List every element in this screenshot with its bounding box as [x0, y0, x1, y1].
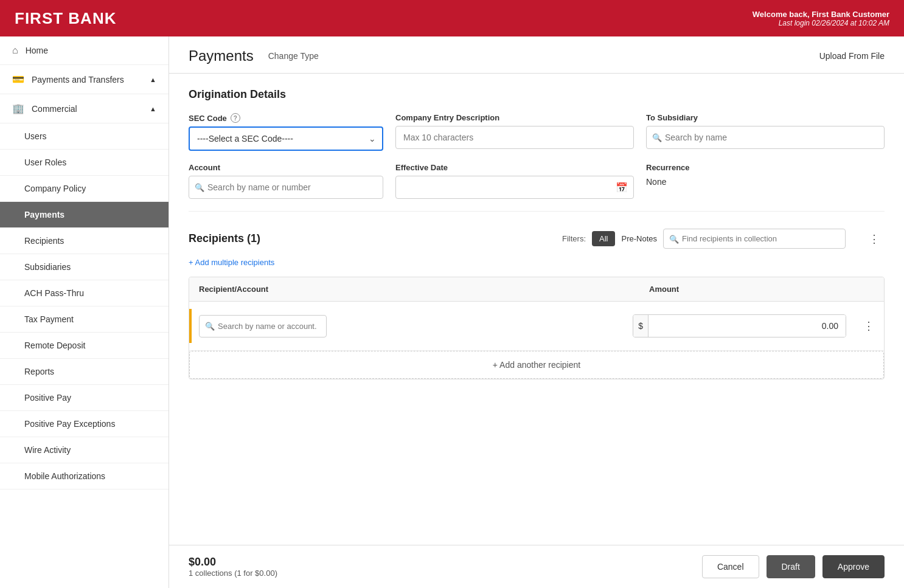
table-row: 🔍 $ ⋮ — [189, 302, 884, 351]
table-header: Recipient/Account Amount — [189, 277, 884, 302]
amount-dollar-sign: $ — [633, 315, 648, 337]
filter-prenotes-button[interactable]: Pre-Notes — [621, 234, 657, 243]
row-content: 🔍 $ — [192, 314, 854, 337]
effective-date-input-wrapper: 📅 — [395, 176, 634, 199]
company-entry-input[interactable] — [395, 126, 634, 149]
sidebar-item-mobile-authorizations[interactable]: Mobile Authorizations — [0, 463, 169, 489]
col-recipient-header: Recipient/Account — [199, 285, 649, 294]
add-another-recipient-row[interactable]: + Add another recipient — [189, 351, 884, 379]
sidebar-item-reports[interactable]: Reports — [0, 359, 169, 385]
recipients-search-icon: 🔍 — [669, 234, 679, 243]
filters-label: Filters: — [562, 234, 586, 243]
sec-code-label: SEC Code ? — [189, 113, 383, 123]
to-subsidiary-input[interactable] — [646, 126, 885, 149]
recipient-search-input[interactable] — [199, 315, 327, 337]
recurrence-value: None — [646, 177, 885, 187]
sidebar-item-recipients[interactable]: Recipients — [0, 228, 169, 254]
home-icon: ⌂ — [12, 45, 18, 56]
last-login-text: Last login 02/26/2024 at 10:02 AM — [753, 19, 889, 27]
header-user-info: Welcome back, First Bank Customer Last l… — [753, 10, 889, 27]
sidebar-item-subsidiaries[interactable]: Subsidiaries — [0, 254, 169, 280]
account-group: Account 🔍 — [189, 163, 383, 199]
to-subsidiary-label: To Subsidiary — [646, 113, 885, 122]
cancel-button[interactable]: Cancel — [702, 555, 759, 578]
commercial-icon: 🏢 — [12, 103, 24, 114]
sidebar-item-user-roles[interactable]: User Roles — [0, 150, 169, 176]
main-content: Payments Change Type Upload From File Or… — [169, 36, 904, 588]
sidebar-item-company-policy[interactable]: Company Policy — [0, 176, 169, 202]
sec-code-info-icon[interactable]: ? — [231, 113, 240, 123]
sidebar-item-home[interactable]: ⌂ Home — [0, 36, 169, 65]
upload-from-file-button[interactable]: Upload From File — [819, 51, 885, 61]
amount-wrapper: $ — [633, 314, 846, 337]
company-entry-label: Company Entry Description — [395, 113, 634, 122]
sec-code-select-wrapper: ----Select a SEC Code---- CCD CTX IAT PP… — [189, 126, 383, 151]
recipients-table: Recipient/Account Amount 🔍 $ — [189, 277, 885, 379]
total-info: $0.00 1 collections (1 for $0.00) — [189, 556, 277, 578]
sidebar-item-ach-pass-thru[interactable]: ACH Pass-Thru — [0, 280, 169, 306]
recipients-title: Recipients (1) — [189, 232, 260, 245]
sidebar: ⌂ Home 💳 Payments and Transfers ▲ 🏢 Comm… — [0, 36, 169, 588]
amount-input[interactable] — [648, 315, 846, 337]
to-subsidiary-group: To Subsidiary 🔍 — [646, 113, 885, 149]
sidebar-item-users[interactable]: Users — [0, 123, 169, 150]
account-input-wrapper: 🔍 — [189, 176, 383, 199]
recipients-more-options-button[interactable]: ⋮ — [864, 230, 885, 248]
page-title: Payments — [189, 47, 254, 64]
recipients-search-wrapper: 🔍 — [663, 229, 858, 249]
chevron-up-icon-commercial: ▲ — [150, 105, 156, 112]
app-header: FIRST BANK Welcome back, First Bank Cust… — [0, 0, 904, 36]
to-subsidiary-input-wrapper: 🔍 — [646, 126, 885, 149]
bottom-bar: $0.00 1 collections (1 for $0.00) Cancel… — [169, 545, 904, 588]
app-logo: FIRST BANK — [15, 9, 116, 28]
sidebar-item-payments-transfers[interactable]: 💳 Payments and Transfers ▲ — [0, 65, 169, 94]
welcome-text: Welcome back, First Bank Customer — [753, 10, 889, 19]
sidebar-item-remote-deposit[interactable]: Remote Deposit — [0, 333, 169, 359]
recipients-search-input[interactable] — [663, 229, 846, 249]
account-input[interactable] — [189, 176, 383, 199]
sidebar-item-payments[interactable]: Payments — [0, 202, 169, 228]
filters-area: Filters: All Pre-Notes 🔍 ⋮ — [562, 229, 885, 249]
sidebar-item-commercial[interactable]: 🏢 Commercial ▲ — [0, 94, 169, 123]
row-more-options-button[interactable]: ⋮ — [854, 319, 884, 333]
payments-icon: 💳 — [12, 74, 24, 85]
recurrence-label: Recurrence — [646, 163, 885, 172]
account-search-icon: 🔍 — [195, 183, 204, 192]
recurrence-group: Recurrence None — [646, 163, 885, 187]
draft-button[interactable]: Draft — [767, 555, 815, 578]
approve-button[interactable]: Approve — [822, 555, 885, 578]
add-multiple-link[interactable]: + Add multiple recipients — [189, 258, 274, 267]
bottom-actions: Cancel Draft Approve — [702, 555, 885, 578]
sidebar-item-tax-payment[interactable]: Tax Payment — [0, 306, 169, 333]
effective-date-group: Effective Date 📅 — [395, 163, 634, 199]
effective-date-label: Effective Date — [395, 163, 634, 172]
recipients-header: Recipients (1) Filters: All Pre-Notes 🔍 … — [189, 224, 885, 249]
total-collections: 1 collections (1 for $0.00) — [189, 569, 277, 578]
filter-all-button[interactable]: All — [592, 231, 615, 246]
effective-date-input[interactable] — [395, 176, 634, 199]
recipient-row-search-icon: 🔍 — [205, 322, 215, 331]
origination-details-title: Origination Details — [189, 88, 885, 101]
chevron-up-icon: ▲ — [150, 76, 156, 83]
sidebar-item-positive-pay-exceptions[interactable]: Positive Pay Exceptions — [0, 411, 169, 437]
company-entry-group: Company Entry Description — [395, 113, 634, 149]
total-amount: $0.00 — [189, 556, 277, 569]
recipient-search-wrapper: 🔍 — [199, 315, 623, 337]
sec-code-group: SEC Code ? ----Select a SEC Code---- CCD… — [189, 113, 383, 151]
change-type-button[interactable]: Change Type — [263, 49, 324, 63]
account-label: Account — [189, 163, 383, 172]
to-subsidiary-search-icon: 🔍 — [652, 133, 662, 142]
calendar-icon[interactable]: 📅 — [616, 182, 628, 193]
sidebar-item-positive-pay[interactable]: Positive Pay — [0, 385, 169, 411]
col-amount-header: Amount — [649, 285, 874, 294]
page-header: Payments Change Type Upload From File — [169, 36, 904, 74]
sec-code-select[interactable]: ----Select a SEC Code---- CCD CTX IAT PP… — [189, 126, 383, 151]
sidebar-item-wire-activity[interactable]: Wire Activity — [0, 437, 169, 463]
